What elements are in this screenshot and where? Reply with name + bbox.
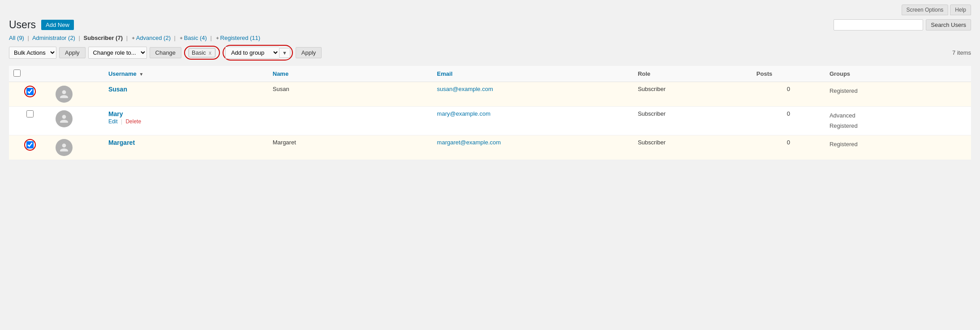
group-filter-pill: Basic x xyxy=(189,48,215,57)
row-role-cell: Subscriber xyxy=(633,82,752,107)
select-all-checkbox[interactable] xyxy=(13,69,21,77)
row-posts-cell: 0 xyxy=(752,135,825,160)
row-check-cell xyxy=(9,107,51,135)
add-to-group-apply-button[interactable]: Apply xyxy=(296,47,322,58)
avatar xyxy=(56,86,73,103)
edit-link-mary[interactable]: Edit xyxy=(108,118,118,125)
row-avatar-cell xyxy=(51,82,104,107)
row-posts-cell: 0 xyxy=(752,82,825,107)
users-table: Username ▼ Name Email Role Posts Groups xyxy=(9,66,971,160)
avatar xyxy=(56,110,73,127)
col-header-username[interactable]: Username ▼ xyxy=(104,66,268,82)
row-email-cell: margaret@example.com xyxy=(433,135,633,160)
col-header-posts: Posts xyxy=(752,66,825,82)
row-actions: Edit | Delete xyxy=(108,118,264,125)
filter-registered[interactable]: Registered (11) xyxy=(220,35,261,41)
row-username-cell: Mary Edit | Delete xyxy=(104,107,268,135)
row-email-cell: susan@example.com xyxy=(433,82,633,107)
avatar xyxy=(56,139,73,156)
email-link-susan[interactable]: susan@example.com xyxy=(437,86,493,92)
row-username-cell: Susan xyxy=(104,82,268,107)
table-header-row: Username ▼ Name Email Role Posts Groups xyxy=(9,66,971,82)
email-link-margaret[interactable]: margaret@example.com xyxy=(437,139,501,146)
filter-advanced[interactable]: Advanced (2) xyxy=(136,35,171,41)
row-avatar-cell xyxy=(51,135,104,160)
filter-basic[interactable]: Basic (4) xyxy=(184,35,207,41)
table-row: Margaret Margaret margaret@example.com S… xyxy=(9,135,971,160)
toolbar: Bulk Actions Apply Change role to... Cha… xyxy=(9,45,971,61)
col-header-name: Name xyxy=(268,66,433,82)
col-header-email: Email xyxy=(433,66,633,82)
change-role-button[interactable]: Change xyxy=(150,47,182,58)
filter-administrator[interactable]: Administrator (2) xyxy=(32,35,75,41)
row-name-cell xyxy=(268,107,433,135)
search-input[interactable] xyxy=(834,19,923,30)
checked-circle-indicator xyxy=(24,86,36,97)
checked-circle-indicator xyxy=(24,139,36,151)
delete-link-mary[interactable]: Delete xyxy=(125,118,141,125)
table-row: Susan Susan susan@example.com Subscriber… xyxy=(9,82,971,107)
page-header: Users Add New Search Users xyxy=(9,17,971,31)
items-count: 7 items xyxy=(952,49,971,56)
group-pill-label: Basic xyxy=(192,49,206,56)
row-groups-cell: Registered xyxy=(825,82,971,107)
add-to-group-select[interactable]: Add to group xyxy=(225,47,279,59)
row-name-cell: Susan xyxy=(268,82,433,107)
username-link-margaret[interactable]: Margaret xyxy=(108,139,135,146)
row-groups-cell: AdvancedRegistered xyxy=(825,107,971,135)
registered-icon: ✦ xyxy=(215,35,219,41)
row-email-cell: mary@example.com xyxy=(433,107,633,135)
page-title-area: Users Add New xyxy=(9,19,74,31)
search-users-area: Search Users xyxy=(834,19,971,30)
filter-all[interactable]: All (9) xyxy=(9,35,24,41)
add-new-button[interactable]: Add New xyxy=(41,20,74,30)
filter-subscriber-current: Subscriber (7) xyxy=(84,35,123,41)
row-check-cell xyxy=(9,82,51,107)
row-avatar-cell xyxy=(51,107,104,135)
advanced-icon: ✦ xyxy=(131,35,135,41)
sort-username-link[interactable]: Username ▼ xyxy=(108,70,143,77)
group-filter-area: Basic x xyxy=(184,46,220,60)
bulk-apply-button[interactable]: Apply xyxy=(59,47,86,58)
group-pill-remove-button[interactable]: x xyxy=(208,50,212,56)
page-title: Users xyxy=(9,19,36,31)
search-users-button[interactable]: Search Users xyxy=(926,19,971,30)
sort-arrow-icon: ▼ xyxy=(139,72,143,77)
col-header-avatar xyxy=(51,66,104,82)
col-header-role: Role xyxy=(633,66,752,82)
basic-icon: ✦ xyxy=(179,35,183,41)
col-header-check xyxy=(9,66,51,82)
row-groups-cell: Registered xyxy=(825,135,971,160)
username-link-susan[interactable]: Susan xyxy=(108,86,127,93)
screen-options-button[interactable]: Screen Options xyxy=(902,4,949,15)
table-row: Mary Edit | Delete mary@example.com Subs… xyxy=(9,107,971,135)
bulk-actions-select[interactable]: Bulk Actions xyxy=(9,47,56,59)
row-username-cell: Margaret xyxy=(104,135,268,160)
row-name-cell: Margaret xyxy=(268,135,433,160)
change-role-select[interactable]: Change role to... xyxy=(88,47,147,59)
filter-links: All (9) | Administrator (2) | Subscriber… xyxy=(9,35,971,41)
username-link-mary[interactable]: Mary xyxy=(108,110,123,117)
row-checkbox-mary[interactable] xyxy=(26,110,34,117)
row-posts-cell: 0 xyxy=(752,107,825,135)
row-checkbox-margaret[interactable] xyxy=(26,141,34,148)
row-check-cell xyxy=(9,135,51,160)
add-to-group-arrow-icon[interactable]: ▼ xyxy=(279,48,290,58)
row-role-cell: Subscriber xyxy=(633,135,752,160)
col-header-groups: Groups xyxy=(825,66,971,82)
row-checkbox-susan[interactable] xyxy=(26,88,34,95)
add-to-group-area: Add to group ▼ xyxy=(223,45,293,61)
help-button[interactable]: Help xyxy=(950,4,971,15)
row-role-cell: Subscriber xyxy=(633,107,752,135)
email-link-mary[interactable]: mary@example.com xyxy=(437,110,490,117)
